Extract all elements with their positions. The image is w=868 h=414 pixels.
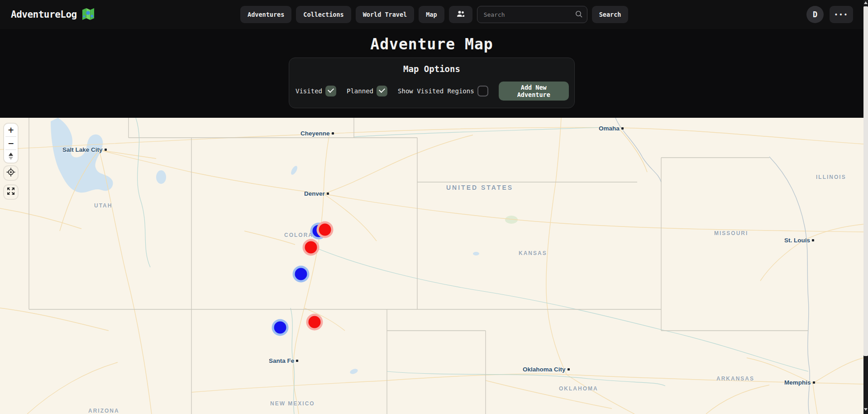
nav-links: AdventuresCollectionsWorld TravelMap bbox=[240, 6, 444, 23]
nav-link-world-travel[interactable]: World Travel bbox=[356, 6, 415, 23]
checkbox-show-visited-regions[interactable] bbox=[477, 86, 488, 96]
brand[interactable]: AdventureLog bbox=[11, 0, 95, 29]
users-button[interactable] bbox=[449, 6, 472, 23]
nav-link-adventures[interactable]: Adventures bbox=[240, 6, 291, 23]
city-label-cheyenne: Cheyenne bbox=[300, 130, 334, 137]
fullscreen-arrows-icon bbox=[6, 187, 15, 197]
city-dot bbox=[327, 193, 329, 195]
city-label-text: Omaha bbox=[599, 125, 620, 132]
map-canvas[interactable]: UNITED STATESUTAHCOLORADOKANSASMISSOURII… bbox=[0, 118, 863, 414]
state-label-oklahoma: OKLAHOMA bbox=[559, 385, 598, 392]
city-label-oklahoma-city: Oklahoma City bbox=[523, 366, 570, 373]
state-label-utah: UTAH bbox=[94, 202, 112, 209]
city-label-memphis: Memphis bbox=[784, 379, 815, 386]
zoom-in-button[interactable]: + bbox=[4, 124, 18, 136]
state-label-missouri: MISSOURI bbox=[714, 230, 748, 236]
city-dot bbox=[621, 127, 624, 130]
scroll-thumb[interactable] bbox=[863, 6, 868, 356]
page-scrollbar[interactable] bbox=[863, 0, 868, 414]
city-dot bbox=[568, 368, 570, 371]
toggle-label: Visited bbox=[296, 87, 322, 95]
folded-map-icon bbox=[81, 7, 95, 22]
map-options-title: Map Options bbox=[289, 64, 574, 74]
scroll-up-arrow[interactable] bbox=[864, 1, 868, 4]
checkbox-planned[interactable] bbox=[377, 86, 387, 96]
scroll-down-arrow[interactable] bbox=[864, 408, 868, 411]
city-dot bbox=[332, 132, 334, 135]
search-icon bbox=[575, 10, 583, 20]
city-label-st-louis: St. Louis bbox=[784, 237, 814, 244]
map-options-card: Map Options VisitedPlannedShow Visited R… bbox=[289, 58, 575, 108]
state-label-new-mexico: NEW MEXICO bbox=[270, 400, 315, 407]
city-label-text: Cheyenne bbox=[300, 130, 330, 137]
search-button[interactable]: Search bbox=[592, 6, 629, 23]
zoom-out-button[interactable]: − bbox=[4, 137, 18, 149]
toggle-visited: Visited bbox=[296, 86, 336, 96]
city-label-denver: Denver bbox=[304, 190, 329, 197]
nav-cluster: AdventuresCollectionsWorld TravelMap Se bbox=[240, 6, 628, 23]
checkbox-visited[interactable] bbox=[325, 86, 336, 96]
map-options-toggles: VisitedPlannedShow Visited RegionsAdd Ne… bbox=[296, 82, 569, 101]
toggle-label: Show Visited Regions bbox=[398, 87, 474, 95]
map-marker[interactable] bbox=[309, 316, 321, 328]
map-zoom-controls: + − bbox=[4, 124, 18, 163]
state-label-arkansas: ARKANSAS bbox=[716, 375, 754, 382]
map-marker[interactable] bbox=[274, 322, 286, 334]
brand-name: AdventureLog bbox=[11, 9, 77, 20]
map-marker[interactable] bbox=[319, 224, 331, 236]
state-label-illinois: ILLINOIS bbox=[816, 174, 846, 180]
overflow-menu-button[interactable]: ••• bbox=[830, 6, 853, 23]
toggle-label: Planned bbox=[347, 87, 373, 95]
map-marker[interactable] bbox=[305, 241, 317, 254]
map-basemap-decor bbox=[0, 118, 863, 414]
city-label-santa-fe: Santa Fe bbox=[269, 357, 298, 364]
hero-section: Adventure Map Map Options VisitedPlanned… bbox=[0, 29, 863, 118]
users-icon bbox=[456, 10, 465, 19]
avatar[interactable]: D bbox=[806, 6, 824, 23]
city-dot bbox=[105, 149, 107, 151]
city-label-salt-lake-city: Salt Lake City bbox=[62, 146, 107, 153]
city-dot bbox=[296, 360, 298, 362]
toggle-planned: Planned bbox=[347, 86, 387, 96]
city-label-omaha: Omaha bbox=[599, 125, 624, 132]
city-label-text: Oklahoma City bbox=[523, 366, 566, 373]
city-dot bbox=[812, 239, 814, 241]
search-input[interactable] bbox=[477, 6, 587, 23]
city-label-text: Salt Lake City bbox=[62, 146, 103, 153]
nav-link-map[interactable]: Map bbox=[419, 6, 444, 23]
nav-link-collections[interactable]: Collections bbox=[296, 6, 351, 23]
state-label-kansas: KANSAS bbox=[519, 250, 547, 256]
city-dot bbox=[813, 381, 815, 384]
pitch-arrows-icon bbox=[9, 153, 13, 156]
search-wrap bbox=[477, 6, 587, 23]
top-navbar: AdventureLog AdventuresCollectionsWorld … bbox=[0, 0, 863, 29]
map-marker[interactable] bbox=[295, 268, 307, 280]
state-label-arizona: ARIZONA bbox=[88, 408, 119, 414]
city-label-text: Denver bbox=[304, 190, 325, 197]
toggle-show-visited-regions: Show Visited Regions bbox=[398, 86, 488, 96]
fullscreen-button[interactable] bbox=[4, 185, 18, 199]
geolocate-button[interactable] bbox=[4, 166, 18, 180]
city-label-text: Memphis bbox=[784, 379, 811, 386]
country-label: UNITED STATES bbox=[446, 184, 513, 191]
city-label-text: Santa Fe bbox=[269, 357, 294, 364]
page-title: Adventure Map bbox=[0, 35, 863, 53]
add-new-adventure-button[interactable]: Add New Adventure bbox=[499, 82, 569, 101]
city-label-text: St. Louis bbox=[784, 237, 810, 244]
geolocate-target-icon bbox=[6, 168, 15, 178]
pitch-bearing-button[interactable] bbox=[4, 150, 18, 163]
